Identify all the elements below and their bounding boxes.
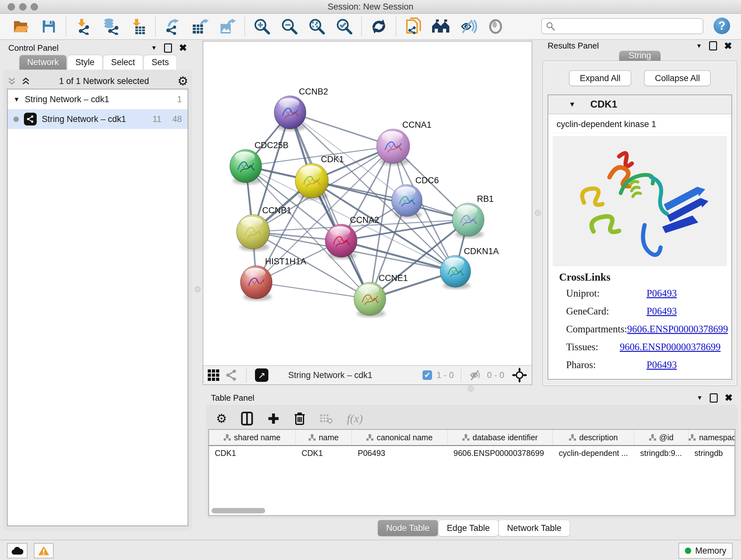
tab-edge-table[interactable]: Edge Table	[438, 520, 498, 537]
crosslink-link[interactable]: P06493	[647, 288, 677, 299]
node-CDKN1A[interactable]	[440, 255, 471, 289]
crosslink-link[interactable]: 9606.ENSP00000378699	[620, 341, 721, 353]
edge-CCNA2-CDKN1A[interactable]	[341, 241, 455, 271]
column-header-shared-name[interactable]: shared name	[209, 430, 296, 445]
table-row[interactable]: CDK1CDK1P064939606.ENSP00000378699cyclin…	[209, 446, 735, 461]
zoom-fit-icon[interactable]	[303, 16, 331, 37]
tab-sets[interactable]: Sets	[144, 55, 177, 70]
show-eye-icon[interactable]	[482, 16, 509, 37]
column-header-@id[interactable]: @id	[634, 430, 689, 445]
import-table-file-icon[interactable]	[125, 16, 152, 37]
panel-close-icon[interactable]: ✖	[179, 43, 187, 53]
import-network-file-icon[interactable]	[70, 16, 97, 37]
splitter-handle[interactable]	[535, 210, 541, 216]
crosslink-link[interactable]: P06493	[647, 306, 677, 317]
edge-CCNE1-HIST1H1A[interactable]	[256, 282, 370, 299]
network-collection-row[interactable]: ▼ String Network – cdk1 1	[8, 89, 188, 109]
delete-column-trash-icon[interactable]	[294, 412, 306, 426]
cloud-icon	[11, 546, 23, 555]
export-network-icon[interactable]	[159, 16, 186, 37]
column-header-database-identifier[interactable]: database identifier	[448, 430, 553, 445]
zoom-in-icon[interactable]	[248, 16, 276, 37]
collapse-all-button[interactable]: Collapse All	[644, 70, 711, 86]
node-CCNA2[interactable]	[325, 224, 357, 259]
tab-network-table[interactable]: Network Table	[498, 520, 570, 537]
export-table-icon[interactable]	[186, 16, 214, 37]
memory-status-icon	[685, 548, 691, 554]
help-icon[interactable]: ?	[714, 17, 730, 34]
refresh-view-icon[interactable]	[365, 16, 393, 37]
fit-selection-crosshair-icon[interactable]	[512, 368, 527, 383]
memory-button[interactable]: Memory	[678, 543, 733, 559]
crosslink-link[interactable]: 9606.ENSP00000378699	[627, 323, 728, 335]
protein-header[interactable]: ▼ CDK1	[548, 95, 731, 114]
expand-all-button[interactable]: Expand All	[569, 70, 631, 86]
node-CDC25B[interactable]	[230, 149, 262, 185]
splitter-handle[interactable]	[195, 287, 200, 292]
open-in-new-icon[interactable]: ↗	[255, 368, 268, 382]
panel-menu-icon[interactable]: ▼	[151, 44, 157, 51]
node-RB1[interactable]	[452, 203, 484, 238]
node-CDK1[interactable]	[295, 164, 328, 200]
collection-expand-caret-icon[interactable]: ▼	[13, 96, 20, 103]
tab-network[interactable]: Network	[19, 55, 67, 70]
column-header-canonical-name[interactable]: canonical name	[352, 430, 448, 445]
tab-select[interactable]: Select	[103, 55, 143, 70]
column-header-description[interactable]: description	[553, 430, 634, 445]
node-CCNB1[interactable]	[237, 214, 270, 251]
node-CCNB2[interactable]	[274, 96, 306, 131]
cell: stringdb	[689, 446, 735, 461]
node-label-CDK1: CDK1	[321, 154, 344, 164]
panel-menu-icon[interactable]: ▼	[696, 43, 702, 50]
cloud-button[interactable]	[7, 543, 27, 558]
create-column-plus-icon[interactable]	[267, 412, 280, 425]
panel-close-icon[interactable]: ✖	[724, 41, 732, 51]
panel-float-icon[interactable]	[710, 393, 718, 402]
panel-menu-icon[interactable]: ▼	[697, 394, 703, 401]
network-options-gear-icon[interactable]: ⚙	[178, 75, 188, 87]
crosslink-link[interactable]: P06493	[647, 359, 677, 371]
horizontal-scrollbar[interactable]	[212, 508, 265, 513]
search-input[interactable]	[541, 18, 703, 34]
edge-CCNB2-CCNE1[interactable]	[290, 112, 370, 299]
node-HIST1H1A[interactable]	[240, 266, 272, 301]
column-header-name[interactable]: name	[296, 430, 352, 445]
collapse-all-icon[interactable]	[7, 76, 17, 86]
network-row-selected[interactable]: String Network – cdk1 11 48	[8, 109, 188, 129]
home-icon[interactable]	[427, 16, 455, 37]
warnings-button[interactable]	[34, 543, 54, 558]
node-CCNE1[interactable]	[354, 282, 386, 317]
results-panel-title: Results Panel	[548, 41, 599, 51]
panel-float-icon[interactable]	[709, 41, 717, 51]
node-CCNA1[interactable]	[377, 129, 410, 165]
open-session-document-icon[interactable]	[400, 16, 427, 37]
node-CDC6[interactable]	[392, 185, 422, 219]
panel-float-icon[interactable]	[164, 44, 172, 53]
export-image-icon[interactable]	[214, 16, 241, 37]
show-columns-icon[interactable]	[241, 412, 253, 426]
expand-all-icon[interactable]	[21, 76, 30, 86]
hidden-eye-icon[interactable]	[468, 369, 482, 381]
import-network-database-icon[interactable]	[97, 16, 125, 37]
panel-close-icon[interactable]: ✖	[725, 393, 733, 402]
tab-node-table[interactable]: Node Table	[378, 520, 438, 537]
tab-string[interactable]: String	[619, 51, 661, 61]
node-table[interactable]: shared namenamecanonical namedatabase id…	[208, 429, 735, 516]
network-graph[interactable]: CCNB2CCNA1CDC25BCDK1CDC6RB1CCNB1CCNA2CDK…	[203, 42, 532, 365]
selected-checkbox-icon[interactable]: ✔	[422, 370, 432, 380]
share-network-icon[interactable]	[225, 369, 238, 381]
zoom-out-icon[interactable]	[276, 16, 303, 37]
column-header-namespace[interactable]: namespace	[689, 430, 735, 445]
grid-view-icon[interactable]	[208, 369, 219, 381]
collapse-caret-icon[interactable]: ▼	[569, 100, 576, 109]
tab-style[interactable]: Style	[67, 55, 103, 70]
zoom-selected-icon[interactable]	[331, 16, 358, 37]
save-session-icon[interactable]	[35, 16, 63, 37]
network-view[interactable]: CCNB2CCNA1CDC25BCDK1CDC6RB1CCNB1CCNA2CDK…	[203, 41, 532, 385]
table-options-gear-icon[interactable]: ⚙	[216, 413, 227, 425]
edge-CDK1-RB1[interactable]	[312, 181, 468, 220]
network-list-header: 1 of 1 Network selected ⚙	[7, 73, 188, 89]
open-file-icon[interactable]	[8, 16, 35, 37]
network-current-bullet-icon	[13, 117, 19, 122]
hide-results-eye-icon[interactable]	[455, 16, 482, 37]
